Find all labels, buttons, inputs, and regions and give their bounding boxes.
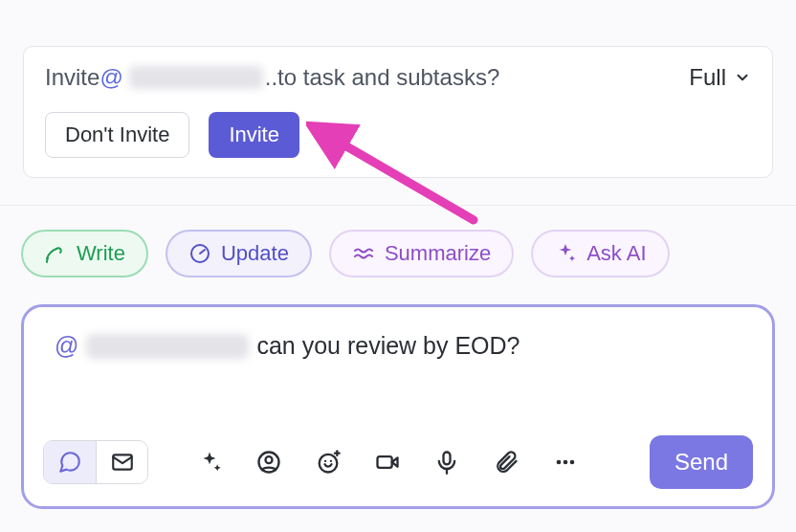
svg-point-15 xyxy=(564,460,568,465)
mention-at: @ xyxy=(100,64,122,91)
toolbar-left xyxy=(43,440,579,484)
comment-message: can you review by EOD? xyxy=(256,332,520,360)
mode-segmented-control xyxy=(43,440,148,484)
invite-dots: .. xyxy=(265,64,277,91)
record-video-button[interactable] xyxy=(374,449,401,476)
mention-button[interactable] xyxy=(255,449,282,476)
redacted-name xyxy=(129,66,263,89)
write-pill[interactable]: Write xyxy=(21,230,148,277)
more-button[interactable] xyxy=(552,449,579,476)
sparkle-icon xyxy=(554,242,577,265)
invite-label: Invite xyxy=(229,122,279,146)
update-pill[interactable]: Update xyxy=(166,230,312,277)
record-audio-button[interactable] xyxy=(433,449,460,476)
mention-at: @ xyxy=(55,332,78,360)
section-divider xyxy=(0,205,796,206)
svg-rect-12 xyxy=(444,453,451,465)
gauge-icon xyxy=(188,242,211,265)
paperclip-icon xyxy=(493,449,520,476)
comment-editor[interactable]: @ can you review by EOD? xyxy=(21,304,775,509)
invite-button[interactable]: Invite xyxy=(209,112,299,158)
ask-ai-label: Ask AI xyxy=(586,241,646,266)
invite-suffix: to task and subtasks? xyxy=(277,64,499,91)
svg-rect-10 xyxy=(378,456,392,468)
ai-action-row: Write Update Summarize Ask AI xyxy=(21,230,670,277)
ai-sparkle-button[interactable] xyxy=(196,449,223,476)
chevron-down-icon xyxy=(734,69,751,86)
svg-point-5 xyxy=(320,454,338,473)
invite-question: Invite @ .. to task and subtasks? xyxy=(45,64,499,91)
microphone-icon xyxy=(433,449,460,476)
email-mode-button[interactable] xyxy=(96,441,147,483)
video-icon xyxy=(374,449,401,476)
write-label: Write xyxy=(77,241,125,266)
attach-button[interactable] xyxy=(493,449,520,476)
dots-horizontal-icon xyxy=(552,449,579,476)
chat-bubble-icon xyxy=(57,450,82,475)
svg-point-16 xyxy=(570,460,575,465)
scope-dropdown[interactable]: Full xyxy=(689,64,751,91)
summarize-pill[interactable]: Summarize xyxy=(329,230,514,277)
emoji-button[interactable] xyxy=(315,449,342,476)
comment-content[interactable]: @ can you review by EOD? xyxy=(43,332,753,360)
invite-header: Invite @ .. to task and subtasks? Full xyxy=(45,64,751,91)
ask-ai-pill[interactable]: Ask AI xyxy=(531,230,669,277)
dont-invite-label: Don't Invite xyxy=(65,122,169,146)
invite-prefix: Invite xyxy=(45,64,100,91)
send-button[interactable]: Send xyxy=(650,435,753,489)
sparkle-icon xyxy=(196,449,223,476)
send-label: Send xyxy=(674,449,728,475)
comment-toolbar: Send xyxy=(43,435,753,489)
toolbar-icons xyxy=(196,449,579,476)
invite-card: Invite @ .. to task and subtasks? Full D… xyxy=(23,46,773,178)
svg-point-4 xyxy=(266,456,273,463)
pencil-icon xyxy=(44,242,67,265)
dont-invite-button[interactable]: Don't Invite xyxy=(45,112,189,158)
envelope-icon xyxy=(110,450,135,475)
redacted-mention xyxy=(86,334,249,359)
svg-point-14 xyxy=(557,460,562,465)
waves-icon xyxy=(352,242,375,265)
invite-actions: Don't Invite Invite xyxy=(45,112,751,158)
chat-mode-button[interactable] xyxy=(44,441,96,483)
scope-label: Full xyxy=(689,64,726,91)
at-person-icon xyxy=(255,449,282,476)
summarize-label: Summarize xyxy=(385,241,491,266)
smile-plus-icon xyxy=(315,449,342,476)
update-label: Update xyxy=(221,241,289,266)
